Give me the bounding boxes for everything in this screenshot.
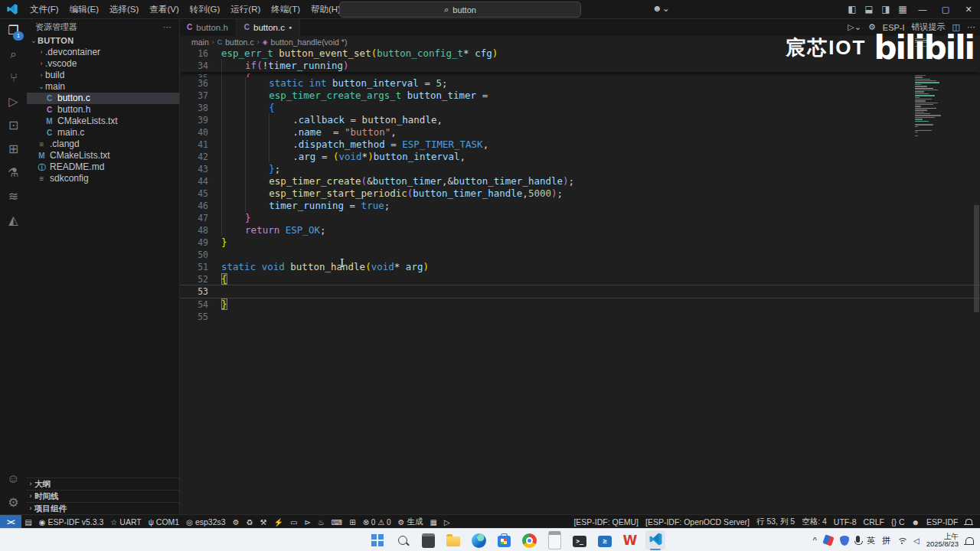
code-line-39[interactable]: 39.callback = button_handle, (179, 114, 980, 126)
remote-explorer-icon[interactable]: ⊡ (0, 113, 27, 137)
maximize-button[interactable]: ▢ (934, 0, 957, 18)
code-line-52[interactable]: 52{ (179, 273, 980, 285)
code-line-43[interactable]: 43}; (179, 163, 980, 175)
taskbar-store-icon[interactable] (494, 530, 514, 550)
statusbar-notifications-bell[interactable] (962, 515, 975, 529)
tree-item-.clangd[interactable]: ≡.clangd (27, 139, 179, 150)
statusbar-build-task[interactable]: ⚙生成 (394, 515, 426, 529)
tree-item-main.c[interactable]: Cmain.c (27, 127, 179, 139)
code-line-49[interactable]: 49} (179, 236, 980, 249)
tray-app-icon[interactable] (822, 534, 834, 546)
menu-终端[interactable]: 终端(T) (266, 5, 305, 14)
menu-转到[interactable]: 转到(G) (185, 5, 226, 14)
code-line-55[interactable]: 55 (179, 311, 980, 323)
taskbar-search-icon[interactable] (393, 530, 413, 550)
breadcrumb-item[interactable]: button.c (225, 37, 253, 47)
taskbar-clock[interactable]: 上午 2025/8/23 (926, 533, 959, 549)
code-line-46[interactable]: 46timer_running = true; (179, 200, 980, 212)
statusbar-terminal[interactable]: ⌨ (328, 515, 345, 529)
statusbar-monitor[interactable]: ▭ (287, 515, 301, 529)
code-line-54[interactable]: 54} (179, 298, 980, 311)
tab-button.c[interactable]: Cbutton.c● (237, 18, 300, 36)
tree-item-main[interactable]: ⌄main (27, 81, 179, 93)
code-line-53[interactable]: 53 (179, 285, 980, 298)
statusbar-copilot[interactable]: ☻ (908, 515, 923, 529)
breadcrumb-item[interactable]: button_handle(void *) (271, 37, 348, 47)
section-大纲[interactable]: ›大纲 (27, 478, 179, 490)
vertical-scrollbar[interactable] (974, 205, 979, 312)
wifi-icon[interactable] (897, 537, 906, 544)
tray-overflow-chevron-icon[interactable]: ^ (813, 536, 817, 545)
section-项目组件[interactable]: ›项目组件 (27, 502, 179, 514)
statusbar-flash[interactable]: ⚡ (270, 515, 286, 529)
search-icon[interactable]: ⌕ (0, 42, 27, 66)
volume-icon[interactable]: ◁ (913, 536, 920, 545)
statusbar-language-mode[interactable]: {} C (888, 515, 909, 529)
taskbar-darkapp-icon[interactable] (418, 530, 438, 550)
code-line-35[interactable]: 35{ (179, 72, 980, 77)
tree-item-button.c[interactable]: Cbutton.c (27, 93, 179, 104)
menu-运行[interactable]: 运行(R) (225, 5, 266, 14)
tree-item-sdkconfig[interactable]: ≡sdkconfig (27, 173, 179, 184)
code-line-47[interactable]: 47} (179, 212, 980, 224)
code-line-37[interactable]: 37esp_timer_create_args_t button_timer = (179, 90, 980, 102)
command-center-search[interactable]: ⌕ button (339, 2, 581, 18)
statusbar-save-all[interactable]: ▤ (21, 515, 35, 529)
ime-pinyin-indicator[interactable]: 拼 (882, 535, 890, 546)
statusbar-new-terminal[interactable]: ⊞ (346, 515, 359, 529)
espressif-idf-icon[interactable]: ≋ (0, 184, 27, 208)
layout-toggle-icon-2[interactable]: ◨ (877, 4, 894, 15)
statusbar-eol[interactable]: CRLF (860, 515, 887, 529)
layout-toggle-icon-3[interactable]: ▦ (894, 4, 911, 15)
menu-查看[interactable]: 查看(V) (144, 5, 184, 14)
statusbar-problems[interactable]: ⊗ 0 ⚠ 0 (359, 515, 394, 529)
code-line-36[interactable]: 36static int button_interval = 5; (179, 77, 980, 90)
code-line-41[interactable]: 41.dispatch_method = ESP_TIMER_TASK, (179, 139, 980, 151)
statusbar-indentation[interactable]: 空格: 4 (799, 515, 831, 529)
tree-item-CMakeLists.txt[interactable]: MCMakeLists.txt (27, 150, 179, 161)
statusbar-openocd[interactable]: [ESP-IDF: OpenOCD Server] (642, 515, 753, 529)
statusbar-extension-box[interactable]: ▦ (426, 515, 440, 529)
microphone-icon[interactable] (856, 536, 860, 543)
statusbar-full-clean[interactable]: ♻ (243, 515, 256, 529)
sidebar-more-actions-icon[interactable]: ⋯ (163, 18, 172, 35)
code-line-48[interactable]: 48return ESP_OK; (179, 224, 980, 236)
tree-item-CMakeLists.txt[interactable]: MCMakeLists.txt (27, 116, 179, 127)
code-line-44[interactable]: 44esp_timer_create(&button_timer,&button… (179, 175, 980, 187)
taskbar-terminal-icon[interactable]: >_ (570, 530, 590, 550)
statusbar-build-tool[interactable]: ⚒ (256, 515, 270, 529)
esp-tools-icon[interactable]: ◭ (0, 208, 27, 232)
code-line-42[interactable]: 42.arg = (void*)button_interval, (179, 151, 980, 163)
breadcrumb-item[interactable]: main (191, 37, 209, 47)
notification-bell-icon[interactable] (965, 537, 974, 544)
testing-icon[interactable]: ⚗ (0, 161, 27, 184)
menu-文件[interactable]: 文件(F) (24, 5, 64, 14)
taskbar-vscode-icon[interactable] (645, 530, 665, 550)
code-line-40[interactable]: 40.name = "button", (179, 126, 980, 139)
tree-item-build[interactable]: ›build (27, 70, 179, 81)
taskbar-edge-icon[interactable] (469, 530, 488, 550)
statusbar-cursor-position[interactable]: 行 53, 列 5 (753, 515, 798, 529)
security-shield-icon[interactable] (840, 536, 849, 546)
run-and-debug-icon[interactable]: ▷ (0, 90, 27, 113)
tree-root-button[interactable]: ⌄ BUTTON (27, 35, 179, 47)
statusbar-device-target[interactable]: ◎esp32s3 (183, 515, 229, 529)
layout-toggle-icon-0[interactable]: ◧ (844, 4, 861, 15)
settings-icon[interactable]: ⚙ (0, 491, 27, 514)
code-editor[interactable]: 16esp_err_t button_event_set(button_conf… (179, 47, 980, 514)
statusbar-qemu[interactable]: [ESP-IDF: QEMU] (570, 515, 642, 529)
menu-选择[interactable]: 选择(S) (104, 5, 144, 14)
tree-item-.devcontainer[interactable]: ›.devcontainer (27, 47, 179, 58)
taskbar-explorer-icon[interactable] (443, 530, 463, 550)
code-line-50[interactable]: 50 (179, 249, 980, 261)
section-时间线[interactable]: ›时间线 (27, 490, 179, 502)
taskbar-chrome-icon[interactable] (519, 530, 539, 550)
copilot-menu[interactable]: ☻⌄ (652, 3, 670, 14)
layout-toggle-icon-1[interactable]: ⬓ (861, 4, 877, 15)
taskbar-powershell-icon[interactable]: ≥ (595, 530, 615, 550)
code-line-51[interactable]: 51static void button_handle(void* arg) (179, 261, 980, 273)
taskbar-wps-icon[interactable]: W (620, 530, 640, 550)
statusbar-espidf-version[interactable]: ◉ESP-IDF v5.3.3 (35, 515, 107, 529)
source-control-icon[interactable]: ⑂ (0, 66, 27, 90)
code-line-45[interactable]: 45esp_timer_start_periodic(button_timer_… (179, 187, 980, 200)
